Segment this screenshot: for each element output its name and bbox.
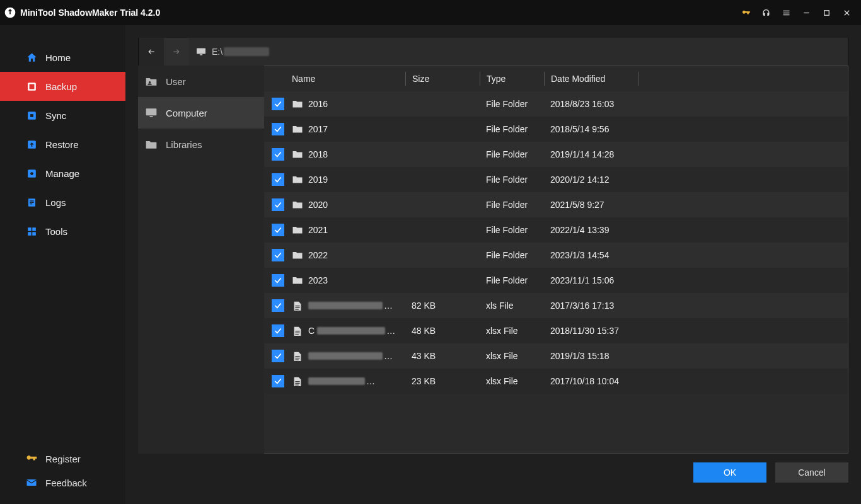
row-date: 2020/1/2 14:12 xyxy=(544,175,848,185)
manage-icon xyxy=(25,167,38,180)
row-checkbox[interactable] xyxy=(272,98,284,110)
file-row[interactable]: 2017File Folder2018/5/14 9:56 xyxy=(264,117,848,142)
file-row[interactable]: …43 KBxlsx File2019/1/3 15:18 xyxy=(264,343,848,369)
file-row[interactable]: …82 KBxls File2017/3/16 17:13 xyxy=(264,293,848,318)
logs-icon xyxy=(25,196,38,209)
nav-manage[interactable]: Manage xyxy=(0,159,125,188)
row-checkbox[interactable] xyxy=(272,249,284,261)
register-link[interactable]: Register xyxy=(0,447,125,471)
row-checkbox[interactable] xyxy=(272,274,284,287)
svg-rect-30 xyxy=(295,359,298,360)
folder-icon xyxy=(292,149,303,159)
minimize-button[interactable] xyxy=(798,4,814,21)
path-input[interactable]: E:\ xyxy=(189,38,848,66)
svg-rect-11 xyxy=(30,203,32,204)
svg-rect-0 xyxy=(804,12,809,13)
nav-label: Backup xyxy=(45,81,77,92)
col-name[interactable]: Name xyxy=(292,74,405,84)
svg-rect-28 xyxy=(295,356,299,357)
feedback-label: Feedback xyxy=(45,478,87,488)
row-type: File Folder xyxy=(480,99,544,109)
nav-restore[interactable]: Restore xyxy=(0,130,125,159)
file-row[interactable]: 2021File Folder2022/1/4 13:39 xyxy=(264,217,848,243)
dialog-footer: OK Cancel xyxy=(138,454,848,491)
row-type: xls File xyxy=(480,301,544,311)
menu-icon[interactable] xyxy=(778,4,794,21)
row-checkbox[interactable] xyxy=(272,375,284,387)
row-checkbox[interactable] xyxy=(272,224,284,236)
svg-rect-33 xyxy=(295,384,298,385)
row-checkbox[interactable] xyxy=(272,324,284,337)
file-row[interactable]: 2022File Folder2023/1/3 14:54 xyxy=(264,243,848,268)
feedback-link[interactable]: Feedback xyxy=(0,471,125,495)
row-date: 2018/8/23 16:03 xyxy=(544,99,848,109)
tree-computer[interactable]: Computer xyxy=(138,97,264,129)
nav-sync[interactable]: Sync xyxy=(0,101,125,130)
ok-button[interactable]: OK xyxy=(693,462,766,483)
svg-rect-20 xyxy=(146,108,157,115)
file-row[interactable]: C…48 KBxlsx File2018/11/30 15:37 xyxy=(264,318,848,343)
nav-label: Manage xyxy=(45,168,79,179)
file-icon xyxy=(292,301,303,311)
row-date: 2021/5/8 9:27 xyxy=(544,200,848,210)
path-text: E:\ xyxy=(212,47,222,57)
nav-back-button[interactable] xyxy=(139,38,164,66)
tree-label: User xyxy=(166,76,186,87)
file-row[interactable]: …23 KBxlsx File2017/10/18 10:04 xyxy=(264,369,848,394)
row-checkbox[interactable] xyxy=(272,173,284,186)
nav-label: Home xyxy=(45,52,71,63)
sidebar: Home Backup Sync Restore Manage Logs Too… xyxy=(0,25,125,504)
file-row[interactable]: 2019File Folder2020/1/2 14:12 xyxy=(264,167,848,192)
row-type: xlsx File xyxy=(480,376,544,386)
svg-rect-22 xyxy=(295,306,299,306)
svg-rect-3 xyxy=(29,84,34,89)
row-type: File Folder xyxy=(480,124,544,134)
file-icon xyxy=(292,326,303,336)
file-row[interactable]: 2018File Folder2019/1/14 14:28 xyxy=(264,142,848,167)
row-checkbox[interactable] xyxy=(272,148,284,161)
column-headers: Name Size Type Date Modified xyxy=(264,66,848,91)
headset-icon[interactable] xyxy=(758,4,774,21)
nav-tools[interactable]: Tools xyxy=(0,217,125,246)
nav-label: Restore xyxy=(45,139,79,150)
col-date[interactable]: Date Modified xyxy=(544,72,639,86)
folder-icon xyxy=(292,200,303,210)
maximize-button[interactable] xyxy=(818,4,835,21)
file-row[interactable]: 2020File Folder2021/5/8 9:27 xyxy=(264,192,848,217)
file-icon xyxy=(292,351,303,361)
row-checkbox[interactable] xyxy=(272,198,284,211)
file-row[interactable]: 2016File Folder2018/8/23 16:03 xyxy=(264,91,848,117)
row-size: 23 KB xyxy=(405,376,480,386)
nav-home[interactable]: Home xyxy=(0,43,125,72)
app-logo-icon xyxy=(4,6,16,19)
mail-icon xyxy=(25,476,38,489)
file-row[interactable]: 2023File Folder2023/11/1 15:06 xyxy=(264,268,848,293)
col-size[interactable]: Size xyxy=(405,72,480,86)
nav-forward-button[interactable] xyxy=(164,38,189,66)
restore-icon xyxy=(25,138,38,151)
folder-icon xyxy=(292,225,303,235)
row-checkbox[interactable] xyxy=(272,123,284,135)
row-size: 43 KB xyxy=(405,351,480,361)
svg-rect-10 xyxy=(30,202,33,202)
nav-backup[interactable]: Backup xyxy=(0,72,125,101)
key-icon[interactable] xyxy=(737,4,754,21)
tree-libraries[interactable]: Libraries xyxy=(138,129,264,160)
row-date: 2018/5/14 9:56 xyxy=(544,124,848,134)
row-checkbox[interactable] xyxy=(272,350,284,362)
close-button[interactable] xyxy=(838,4,855,21)
nav-logs[interactable]: Logs xyxy=(0,188,125,217)
cancel-button[interactable]: Cancel xyxy=(775,462,848,483)
key-icon xyxy=(25,452,38,465)
tree-user[interactable]: User xyxy=(138,66,264,97)
row-date: 2017/3/16 17:13 xyxy=(544,301,848,311)
libraries-icon xyxy=(144,137,158,151)
col-type[interactable]: Type xyxy=(480,72,544,86)
user-folder-icon xyxy=(144,74,158,88)
svg-rect-25 xyxy=(295,331,299,331)
row-checkbox[interactable] xyxy=(272,299,284,312)
folder-icon xyxy=(292,250,303,260)
svg-point-19 xyxy=(149,81,151,83)
row-type: xlsx File xyxy=(480,326,544,336)
svg-rect-21 xyxy=(150,116,153,117)
